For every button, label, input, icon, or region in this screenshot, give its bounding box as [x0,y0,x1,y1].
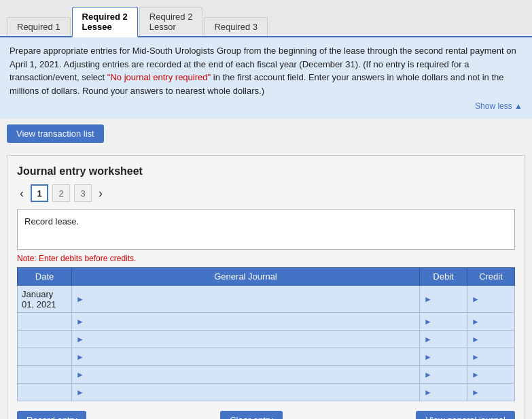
next-page-arrow[interactable]: › [96,186,105,201]
tab-required2lessee[interactable]: Required 2 Lessee [72,7,138,37]
gj-cell-1[interactable]: ► [72,286,420,313]
debit-cell-4[interactable]: ► [420,348,467,366]
debit-cell-5[interactable]: ► [420,366,467,384]
view-general-journal-button[interactable]: View general journal [416,411,515,419]
tab-required1[interactable]: Required 1 [7,17,71,36]
table-row: ► ► ► [18,313,515,331]
page-3[interactable]: 3 [74,184,92,202]
page-2[interactable]: 2 [52,184,70,202]
date-cell-5 [18,366,72,384]
gj-arrow-6: ► [76,388,84,397]
table-row: ► ► ► [18,384,515,401]
credit-arrow-1: ► [472,295,480,304]
tab-required3[interactable]: Required 3 [204,17,268,36]
info-red-text: "No journal entry required" [107,72,211,82]
credit-arrow-3: ► [472,335,480,344]
gj-cell-6[interactable]: ► [72,384,420,401]
credit-cell-3[interactable]: ► [467,331,515,348]
credit-cell-1[interactable]: ► [467,286,515,313]
worksheet-title: Journal entry worksheet [17,165,515,178]
date-cell-1: January 01, 2021 [18,286,72,313]
credit-cell-2[interactable]: ► [467,313,515,331]
header-debit: Debit [420,268,467,286]
debit-arrow-3: ► [424,335,432,344]
record-entry-button[interactable]: Record entry [17,411,86,419]
date-cell-6 [18,384,72,401]
debit-cell-1[interactable]: ► [420,286,467,313]
table-row: ► ► ► [18,366,515,384]
debit-arrow-5: ► [424,370,432,380]
gj-cell-2[interactable]: ► [72,313,420,331]
show-less-link[interactable]: Show less ▲ [10,97,522,112]
credit-arrow-4: ► [472,352,480,362]
debit-cell-2[interactable]: ► [420,313,467,331]
description-text: Record lease. [24,216,79,227]
header-credit: Credit [467,268,515,286]
debit-arrow-6: ► [424,388,432,397]
header-general-journal: General Journal [72,268,420,286]
date-cell-3 [18,331,72,348]
gj-arrow-1: ► [76,295,84,304]
gj-arrow-2: ► [76,317,84,326]
page-1[interactable]: 1 [31,184,48,202]
description-box: Record lease. [17,209,515,250]
header-date: Date [18,268,72,286]
note-text: Note: Enter debits before credits. [17,254,515,263]
info-box: Prepare appropriate entries for Mid-Sout… [0,37,532,119]
tab-required2lessor[interactable]: Required 2 Lessor [139,7,203,36]
view-transaction-button[interactable]: View transaction list [7,124,104,143]
debit-arrow-1: ► [424,295,432,304]
debit-cell-3[interactable]: ► [420,331,467,348]
clear-entry-button[interactable]: Clear entry [220,411,283,419]
view-transaction-area: View transaction list [0,119,532,148]
prev-page-arrow[interactable]: ‹ [17,186,26,201]
worksheet-panel: Journal entry worksheet ‹ 1 2 3 › Record… [7,155,525,419]
debit-arrow-2: ► [424,317,432,326]
table-row: January 01, 2021 ► ► ► [18,286,515,313]
gj-cell-4[interactable]: ► [72,348,420,366]
table-row: ► ► ► [18,331,515,348]
debit-cell-6[interactable]: ► [420,384,467,401]
credit-arrow-2: ► [472,317,480,326]
credit-cell-5[interactable]: ► [467,366,515,384]
buttons-row: Record entry Clear entry View general jo… [17,411,515,419]
debit-arrow-4: ► [424,352,432,362]
tabs-bar: Required 1 Required 2 Lessee Required 2 … [0,0,532,37]
gj-cell-3[interactable]: ► [72,331,420,348]
credit-cell-4[interactable]: ► [467,348,515,366]
gj-cell-5[interactable]: ► [72,366,420,384]
gj-arrow-4: ► [76,352,84,362]
credit-arrow-6: ► [472,388,480,397]
gj-arrow-5: ► [76,370,84,380]
table-row: ► ► ► [18,348,515,366]
page-nav: ‹ 1 2 3 › [17,184,515,202]
date-cell-4 [18,348,72,366]
journal-table: Date General Journal Debit Credit Januar… [17,267,515,401]
credit-cell-6[interactable]: ► [467,384,515,401]
date-cell-2 [18,313,72,331]
credit-arrow-5: ► [472,370,480,380]
gj-arrow-3: ► [76,335,84,344]
